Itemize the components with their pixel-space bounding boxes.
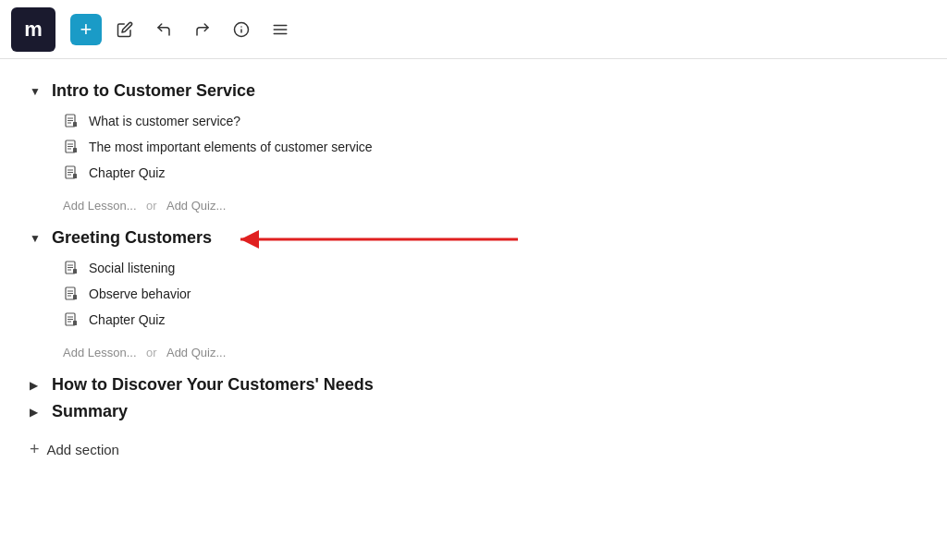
- section-summary-title: Summary: [52, 402, 128, 421]
- section-intro: ▼ Intro to Customer Service What is cust…: [30, 81, 917, 217]
- lesson-icon: [63, 286, 80, 302]
- lesson-icon: [63, 260, 80, 276]
- section-intro-header[interactable]: ▼ Intro to Customer Service: [30, 81, 917, 101]
- edit-button[interactable]: [109, 14, 141, 45]
- lesson-label: Chapter Quiz: [89, 312, 165, 327]
- edit-icon: [117, 21, 133, 38]
- section-greeting-title: Greeting Customers: [52, 228, 212, 248]
- section-greeting-header[interactable]: ▼ Greeting Customers: [30, 228, 917, 248]
- lesson-icon: [63, 113, 80, 129]
- lesson-icon: [63, 164, 80, 181]
- svg-rect-25: [73, 269, 77, 274]
- section-intro-lessons: What is customer service? The most impor…: [30, 108, 917, 186]
- add-lesson-row-greeting: Add Lesson... or Add Quiz...: [30, 340, 917, 364]
- add-button[interactable]: +: [70, 14, 102, 45]
- section-intro-arrow: ▼: [30, 85, 44, 98]
- add-section-plus: +: [30, 440, 40, 459]
- lesson-icon: [63, 311, 80, 328]
- lesson-label: The most important elements of customer …: [89, 140, 373, 154]
- info-icon: [233, 21, 250, 38]
- undo-button[interactable]: [148, 14, 179, 45]
- section-intro-title: Intro to Customer Service: [52, 81, 255, 101]
- document-icon: [64, 114, 79, 128]
- section-discover: ▶ How to Discover Your Customers' Needs: [30, 375, 917, 395]
- redo-icon: [194, 21, 211, 38]
- svg-rect-10: [73, 122, 77, 127]
- section-summary-header[interactable]: ▶ Summary: [30, 402, 917, 421]
- list-item: Observe behavior: [63, 281, 917, 307]
- redo-button[interactable]: [187, 14, 218, 45]
- add-lesson-button-intro[interactable]: Add Lesson...: [63, 199, 137, 213]
- add-or-greeting: or: [146, 346, 157, 359]
- add-lesson-row-intro: Add Lesson... or Add Quiz...: [30, 193, 917, 217]
- section-summary-arrow: ▶: [30, 406, 44, 419]
- svg-rect-15: [73, 148, 77, 152]
- list-item: The most important elements of customer …: [63, 134, 917, 160]
- lesson-label: Observe behavior: [89, 286, 191, 301]
- document-icon: [64, 261, 79, 275]
- svg-rect-35: [73, 321, 77, 325]
- section-greeting: ▼ Greeting Customers Social listening: [30, 228, 917, 364]
- section-discover-title: How to Discover Your Customers' Needs: [52, 375, 374, 395]
- add-or-intro: or: [146, 199, 157, 213]
- list-item: Chapter Quiz: [63, 160, 917, 186]
- add-quiz-button-intro[interactable]: Add Quiz...: [166, 199, 226, 213]
- menu-button[interactable]: [264, 14, 296, 45]
- app-logo: m: [11, 7, 55, 52]
- add-lesson-button-greeting[interactable]: Add Lesson...: [63, 346, 137, 359]
- section-summary: ▶ Summary: [30, 402, 917, 421]
- document-icon: [64, 312, 79, 327]
- add-quiz-button-greeting[interactable]: Add Quiz...: [166, 346, 226, 359]
- lesson-icon: [63, 139, 80, 155]
- list-item: Chapter Quiz: [63, 307, 917, 333]
- list-item: What is customer service?: [63, 108, 917, 134]
- info-button[interactable]: [226, 14, 257, 45]
- main-content: ▼ Intro to Customer Service What is cust…: [0, 59, 947, 493]
- list-item: Social listening: [63, 255, 917, 281]
- document-icon: [64, 140, 79, 154]
- undo-icon: [155, 21, 172, 38]
- document-icon: [64, 165, 79, 180]
- lesson-label: What is customer service?: [89, 114, 240, 128]
- menu-icon: [272, 21, 289, 38]
- document-icon: [64, 286, 79, 301]
- svg-rect-20: [73, 174, 77, 178]
- lesson-label: Chapter Quiz: [89, 165, 165, 180]
- toolbar: m +: [0, 0, 947, 59]
- lesson-label: Social listening: [89, 261, 175, 275]
- section-greeting-lessons: Social listening Observe behavior: [30, 255, 917, 333]
- add-section-label: Add section: [47, 442, 119, 457]
- section-discover-arrow: ▶: [30, 379, 44, 392]
- section-discover-header[interactable]: ▶ How to Discover Your Customers' Needs: [30, 375, 917, 395]
- svg-rect-30: [73, 295, 77, 299]
- section-greeting-arrow: ▼: [30, 232, 44, 245]
- add-section-row[interactable]: + Add section: [30, 429, 917, 470]
